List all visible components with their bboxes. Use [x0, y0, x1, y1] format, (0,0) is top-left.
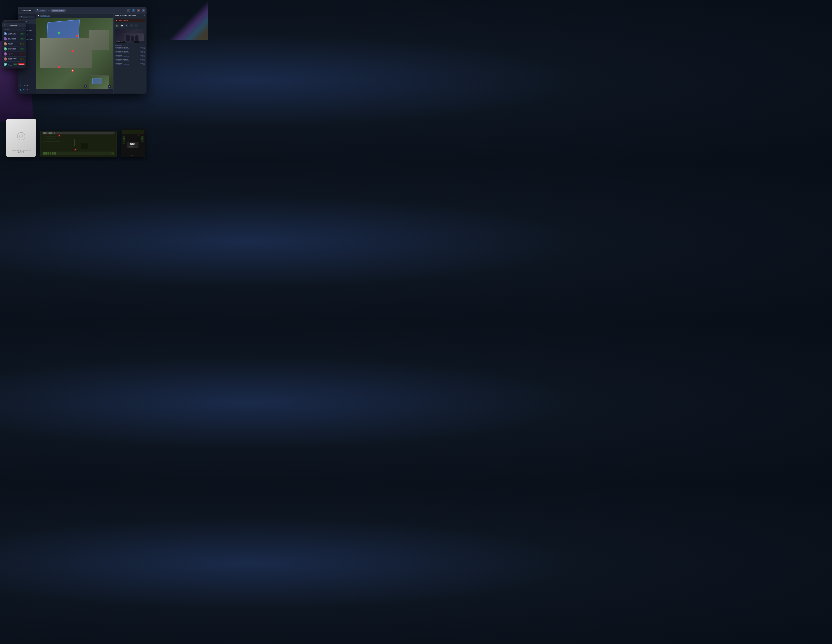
phone-search[interactable]: 🔍 Search 🎤 [3, 28, 25, 30]
map-inset-view [89, 75, 109, 89]
genetec-mark [19, 134, 23, 138]
map-canvas[interactable]: ■ ■ ■ ■ ■ [36, 18, 113, 94]
desktop-content: 🔍 Search 🗺 Maps ⊞ Tiles 🔒 Access control… [18, 13, 147, 94]
avatar-giovanni: G [4, 32, 7, 35]
cardholder-info: Eric Patel Contractor [8, 43, 19, 45]
event-item-4: Door offline: Device is o... CORP-BLDG3F… [115, 59, 145, 62]
cardholder-item-ralph[interactable]: R Ralph Edwards Inactive [2, 51, 26, 56]
recent-events-title: Recent events [115, 45, 145, 46]
door-camera-view[interactable]: CORP-BLDG-FL2-GL ● Live ▾ [115, 29, 145, 43]
person-silhouette-3 [135, 35, 138, 41]
hardware-area: POWERED BY GENETEC AXIS [6, 113, 208, 157]
led-indicator-red [59, 135, 60, 136]
share-icon[interactable]: ↗ [130, 24, 133, 27]
mic-icon: 🎤 [22, 29, 24, 30]
cardholder-info: Lysa Thompson Genetec Employee [8, 38, 19, 40]
badge-icon[interactable]: 🔖 [137, 9, 140, 12]
cardholder-item-eric[interactable]: E Eric Patel Contractor Expired [2, 42, 26, 46]
ethernet-port [112, 152, 114, 155]
avatar-mickael: M [4, 58, 7, 61]
panel-brand: POWERED BY GENETEC AXIS [11, 150, 31, 153]
map-area: 🏠 Headquarters ■ ■ [36, 13, 113, 94]
search-bar[interactable]: 🔍 Search [35, 9, 47, 12]
forensic-search-badge[interactable]: Forensic search [51, 9, 66, 12]
delete-icon[interactable]: 🗑 [125, 24, 128, 27]
event-time: 10/25/2024 12:51 PM [140, 51, 145, 53]
arrow-icon: ‹ [37, 91, 37, 92]
event-dot [115, 47, 115, 48]
sidebar-item-user[interactable]: 👤 John C. [18, 88, 36, 92]
map-tab-headquarters[interactable]: Headquarters [40, 14, 50, 17]
pin-icon: ■ [72, 70, 73, 71]
event-time: 10/25/2024 1:30 PM [140, 47, 145, 49]
map-pin-red-4[interactable]: ■ [72, 69, 74, 72]
circuit-board [40, 131, 117, 157]
deactivate-button[interactable]: Deactivate [18, 63, 24, 65]
unlock-icon[interactable]: 🔓 [115, 24, 119, 27]
zoom-in-button[interactable]: + [108, 85, 111, 88]
terminal [141, 137, 144, 139]
pin [54, 133, 54, 134]
main-building [40, 38, 92, 68]
bottom-indicators: Tx Rx [131, 155, 134, 156]
event-description: Door manually unlocked CORP-BLDG3FL2-AXI… [116, 47, 139, 49]
event-dot [115, 51, 115, 52]
module-led [138, 135, 139, 136]
stid-logo-box: STid SECURITY [127, 142, 138, 148]
event-description: Door manually unlocked CORP-BLDG3FL2-AXI… [116, 51, 139, 53]
stid-logo-text: STid [129, 143, 137, 145]
pin [51, 133, 52, 134]
status-badge-active: Active [13, 63, 18, 65]
schedule-icon[interactable]: 📅 [120, 24, 123, 27]
access-control-panel: POWERED BY GENETEC AXIS [6, 119, 36, 157]
sidebar-search-input[interactable]: 🔍 Search [19, 16, 34, 18]
module-header: ALERT INPUT [122, 130, 144, 134]
live-badge: ● Live ▾ [134, 41, 139, 43]
event-description: Door offline: Device is o... CORP-BLDG3F… [116, 59, 139, 61]
stid-subtitle-text: SECURITY [129, 145, 137, 147]
event-time: 10/25/2024 5:51 AM [140, 55, 145, 58]
map-pin-red-2[interactable]: ■ [72, 50, 74, 52]
bottom-connector-strip [42, 152, 115, 155]
more-icon[interactable]: ⋯ [134, 24, 138, 27]
input-label: INPUT [140, 131, 143, 133]
cardholder-item-mickael[interactable]: M Mickaël Lambert Contractor Expired [2, 56, 26, 62]
map-pin-red-1[interactable]: ■ [76, 35, 78, 37]
pin [49, 133, 50, 134]
eye-icon[interactable]: 👁 [83, 84, 87, 88]
map-pin-green[interactable]: ■ [58, 32, 60, 34]
terminal-block [50, 152, 51, 155]
add-icon[interactable]: + [23, 24, 24, 26]
door-close-button[interactable]: ✕ [143, 15, 145, 17]
map-pin-red-3[interactable]: ■ [58, 66, 60, 68]
trace-1 [45, 136, 56, 136]
cardholder-info: Ralph Edwards [8, 53, 19, 54]
left-terminals [122, 135, 126, 151]
person-icon[interactable]: 👤 [132, 9, 135, 12]
event-time: 10/25/2024 5:49 AM [140, 59, 145, 61]
sidebar-item-options[interactable]: ≡ Options [18, 83, 36, 88]
avatar-lysa: L [4, 37, 7, 40]
board-connectors-top [42, 132, 115, 134]
collapse-button[interactable]: ‹ [37, 91, 37, 92]
status-badge-expired: Expired [19, 58, 24, 60]
layers-icon[interactable]: ⊞ [142, 9, 145, 12]
cardholder-info: Monica Villegas Genetec Employee [8, 48, 19, 50]
pin-icon: ■ [72, 50, 73, 51]
menu-icon[interactable]: ☰ [4, 24, 5, 26]
cardholder-item-giovanni[interactable]: G Giovanni Peck Genetec Employee Active [2, 31, 26, 37]
pin [44, 133, 45, 134]
camera-label: CORP-BLDG-FL2-GL [115, 41, 126, 43]
live-dot: ● [135, 41, 136, 43]
status-badge-active: Active [20, 38, 24, 40]
tab-operation[interactable]: ⚙ Operation [19, 9, 34, 12]
trace-2 [46, 138, 54, 139]
pin-icon: ■ [77, 35, 78, 37]
cardholder-item-lysa[interactable]: L Lysa Thompson Genetec Employee Active [2, 37, 26, 42]
cardholder-list: G Giovanni Peck Genetec Employee Active … [2, 31, 26, 68]
terminal [123, 139, 125, 141]
cardholder-item-monica[interactable]: M Monica Villegas Genetec Employee Activ… [2, 46, 26, 51]
camera-icon[interactable]: 📷 [127, 9, 130, 12]
cardholder-item-glen[interactable]: G Glen HR Employee Active Deactivate [2, 62, 26, 67]
genetec-brand-label: POWERED BY GENETEC [11, 150, 31, 151]
